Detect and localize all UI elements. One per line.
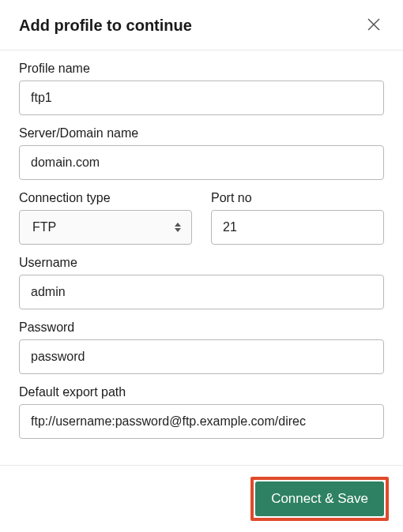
profile-name-label: Profile name [19,62,384,76]
password-label: Password [19,320,384,335]
connect-save-button[interactable]: Connect & Save [255,481,384,516]
dialog-footer: Connect & Save [0,465,403,532]
username-label: Username [19,256,384,270]
highlight-frame: Connect & Save [250,477,389,521]
profile-name-input[interactable] [19,81,384,115]
dialog-title: Add profile to continue [19,17,192,35]
server-domain-label: Server/Domain name [19,126,384,140]
password-field: Password [19,320,384,374]
connection-port-row: Connection type Port no [19,191,384,245]
dialog-header: Add profile to continue [0,0,403,51]
close-icon [367,17,381,34]
export-path-input[interactable] [19,404,384,439]
port-input[interactable] [211,210,384,245]
add-profile-dialog: Add profile to continue Profile name Ser… [0,0,403,532]
connection-type-label: Connection type [19,191,192,205]
port-field: Port no [211,191,384,245]
server-domain-input[interactable] [19,145,384,180]
profile-name-field: Profile name [19,62,384,115]
connection-type-select-wrap [19,210,192,245]
port-label: Port no [211,191,384,205]
export-path-label: Default export path [19,385,384,399]
password-input[interactable] [19,339,384,374]
server-domain-field: Server/Domain name [19,126,384,180]
username-field: Username [19,256,384,309]
username-input[interactable] [19,275,384,309]
connection-type-select[interactable] [19,210,192,245]
close-button[interactable] [363,14,384,37]
export-path-field: Default export path [19,385,384,439]
connection-type-field: Connection type [19,191,192,245]
form-body: Profile name Server/Domain name Connecti… [0,51,403,465]
